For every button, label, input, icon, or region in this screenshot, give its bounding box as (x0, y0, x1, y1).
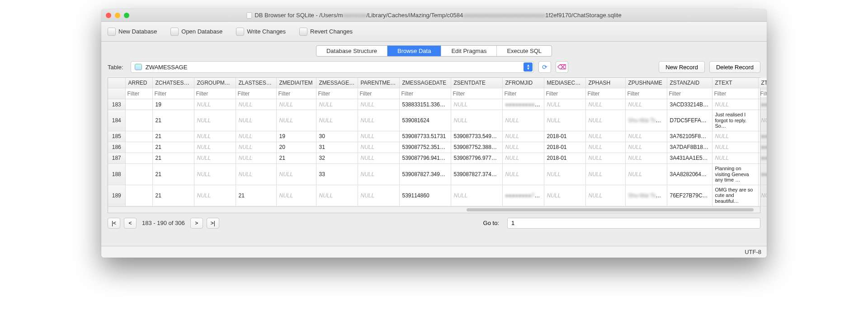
column-header[interactable]: ZSENTDATE (451, 78, 502, 88)
cell[interactable]: NULL (236, 131, 276, 142)
cell[interactable]: NULL (276, 163, 316, 185)
cell[interactable]: 2018-01 (544, 153, 585, 163)
cell[interactable]: NULL (358, 99, 399, 110)
cell[interactable]: NULL (451, 185, 502, 206)
cell[interactable]: NULL (544, 99, 585, 110)
cell[interactable]: 31 (316, 142, 358, 153)
table-row[interactable]: 18721NULLNULL2132NULL539087796.941853539… (108, 153, 767, 163)
cell[interactable]: NULL (625, 142, 667, 153)
column-filter-input[interactable] (453, 91, 500, 97)
new-database-button[interactable]: New Database (108, 28, 157, 36)
clear-filter-button[interactable]: ⌫ (556, 61, 568, 73)
table-row[interactable]: 18319NULLNULLNULLNULLNULL538833151.33686… (108, 99, 767, 110)
goto-input[interactable] (507, 218, 760, 229)
cell[interactable]: NULL (236, 99, 276, 110)
cell[interactable] (125, 163, 152, 185)
cell[interactable]: ●●●●●●●●●76@… (758, 131, 767, 142)
column-filter-input[interactable] (714, 91, 756, 97)
cell[interactable]: NULL (544, 110, 585, 131)
cell[interactable]: ●●●●●●●●●76@… (758, 163, 767, 185)
tab-pragmas[interactable]: Edit Pragmas (441, 46, 497, 56)
cell[interactable]: 539087796.977582 (451, 153, 502, 163)
cell[interactable]: 21 (152, 163, 194, 185)
cell[interactable]: NULL (276, 99, 316, 110)
cell[interactable]: ●●●●●●●●93@s… (758, 99, 767, 110)
column-header[interactable]: ZTOJID (758, 78, 767, 88)
column-header[interactable]: ZPUSHNAME (625, 78, 667, 88)
cell[interactable]: 539087733.549236 (451, 131, 502, 142)
cell[interactable]: 19 (276, 131, 316, 142)
cell[interactable]: NULL (625, 99, 667, 110)
cell[interactable]: 21 (152, 153, 194, 163)
cell[interactable]: 539087827.349329 (399, 163, 451, 185)
open-database-button[interactable]: Open Database (170, 28, 222, 36)
cell[interactable]: NULL (712, 131, 758, 142)
column-header[interactable]: PARENTMESSAG (358, 78, 399, 88)
cell[interactable]: Planning on visiting Geneva any time … (712, 163, 758, 185)
cell[interactable]: ●●●●●●●●●76@… (758, 142, 767, 153)
revert-changes-button[interactable]: Revert Changes (299, 28, 353, 36)
cell[interactable]: NULL (358, 153, 399, 163)
cell[interactable]: NULL (585, 99, 625, 110)
column-header[interactable]: ZMESSAGEINFO (316, 78, 358, 88)
cell[interactable]: NULL (585, 131, 625, 142)
cell[interactable]: NULL (712, 153, 758, 163)
cell[interactable]: 3A762105F8C7F… (667, 131, 712, 142)
column-header[interactable]: ZCHATSESSION (152, 78, 194, 88)
cell[interactable]: OMG they are so cute and beautiful… (712, 185, 758, 206)
column-header[interactable]: ZLASTSESSION (236, 78, 276, 88)
cell[interactable]: 539087752.351333 (399, 142, 451, 153)
cell[interactable]: 539087733.51731 (399, 131, 451, 142)
cell[interactable]: NULL (758, 185, 767, 206)
cell[interactable]: 21 (236, 185, 276, 206)
column-header[interactable]: ZTEXT (712, 78, 758, 88)
cell[interactable]: NULL (585, 153, 625, 163)
cell[interactable]: NULL (712, 99, 758, 110)
cell[interactable]: NULL (712, 142, 758, 153)
cell[interactable]: 21 (152, 185, 194, 206)
cell[interactable]: 2018-01 (544, 131, 585, 142)
prev-page-button[interactable]: < (124, 218, 137, 229)
cell[interactable]: 539114860 (399, 185, 451, 206)
cell[interactable]: 2018-01 (544, 142, 585, 153)
column-filter-input[interactable] (401, 91, 449, 97)
cell[interactable]: NULL (194, 110, 236, 131)
column-filter-input[interactable] (669, 91, 710, 97)
cell[interactable]: NULL (625, 131, 667, 142)
cell[interactable]: 21 (152, 131, 194, 142)
cell[interactable]: NULL (451, 110, 502, 131)
cell[interactable]: 30 (316, 131, 358, 142)
table-select[interactable]: ZWAMESSAGE ▲▼ (131, 61, 534, 73)
cell[interactable]: 3AA8282064040… (667, 163, 712, 185)
cell[interactable]: NULL (358, 110, 399, 131)
cell[interactable]: 3ACD33214BD2… (667, 99, 712, 110)
cell[interactable]: NULL (236, 142, 276, 153)
table-row[interactable]: 18521NULLNULL1930NULL539087733.517315390… (108, 131, 767, 142)
cell[interactable]: NULL (502, 131, 544, 142)
table-row[interactable]: 18821NULLNULLNULL33NULL539087827.3493295… (108, 163, 767, 185)
column-filter-input[interactable] (588, 91, 623, 97)
cell[interactable]: ●●●●●●●●76@… (502, 185, 544, 206)
column-header[interactable]: ZMESSAGEDATE (399, 78, 451, 88)
column-filter-input[interactable] (360, 91, 397, 97)
cell[interactable]: 539087752.388426 (451, 142, 502, 153)
cell[interactable] (125, 142, 152, 153)
cell[interactable]: Just realised I forgot to reply. So… (712, 110, 758, 131)
cell[interactable]: 21 (152, 142, 194, 153)
cell[interactable]: NULL (625, 163, 667, 185)
column-header[interactable]: ZSTANZAID (667, 78, 712, 88)
cell[interactable]: NULL (585, 163, 625, 185)
cell[interactable]: Shu-Wai Tsang ● ●● (625, 185, 667, 206)
cell[interactable]: 20 (276, 142, 316, 153)
cell[interactable]: 32 (316, 153, 358, 163)
cell[interactable]: NULL (236, 110, 276, 131)
cell[interactable]: D7DC5FEFA879… (667, 110, 712, 131)
cell[interactable]: NULL (544, 163, 585, 185)
close-icon[interactable] (106, 13, 111, 18)
column-filter-input[interactable] (760, 91, 767, 97)
column-filter-input[interactable] (155, 91, 192, 97)
new-record-button[interactable]: New Record (659, 61, 705, 73)
cell[interactable]: 539081624 (399, 110, 451, 131)
cell[interactable]: NULL (358, 185, 399, 206)
column-header[interactable]: MEDIASECTIONI (544, 78, 585, 88)
